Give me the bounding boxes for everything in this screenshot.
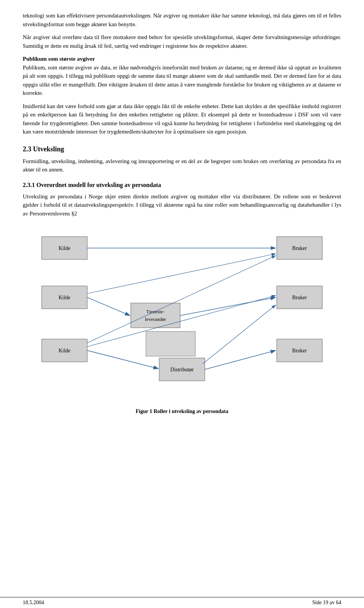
- svg-line-24: [87, 256, 276, 343]
- paragraph-3-title: Publikum som største avgiver: [23, 56, 95, 62]
- footer-page: Side 19 av 64: [312, 600, 341, 606]
- svg-line-19: [87, 297, 130, 316]
- paragraph-1: teknologi som kan effektivisere personda…: [23, 11, 341, 28]
- paragraph-3: Publikum som største avgiver Publikum, s…: [23, 55, 341, 97]
- paragraph-3-body: Publikum, som største avgiver av data, e…: [23, 64, 341, 96]
- footer: 18.5.2004 Side 19 av 64: [0, 597, 364, 608]
- svg-rect-27: [146, 331, 195, 356]
- svg-text:Bruker: Bruker: [292, 348, 307, 353]
- svg-text:leverandør: leverandør: [145, 316, 166, 322]
- svg-line-26: [203, 305, 276, 364]
- svg-text:Kilde: Kilde: [58, 245, 70, 251]
- paragraph-2: Når avgiver skal overføre data til flere…: [23, 33, 341, 50]
- svg-line-20: [180, 297, 276, 316]
- figure-caption: Figur 1 Roller i utveksling av persondat…: [23, 407, 341, 415]
- svg-text:Distributør: Distributør: [170, 367, 194, 372]
- svg-text:Kilde: Kilde: [58, 348, 70, 353]
- svg-text:Bruker: Bruker: [292, 295, 307, 300]
- footer-date: 18.5.2004: [23, 600, 44, 606]
- page-content: teknologi som kan effektivisere personda…: [0, 0, 364, 443]
- paragraph-4: Imidlertid kan det være forhold som gjør…: [23, 102, 341, 136]
- paragraph-6: Utveksling av persondata i Norge skjer e…: [23, 192, 341, 218]
- svg-line-23: [205, 350, 276, 369]
- paragraph-5: Formidling, utveksling, innhenting, avle…: [23, 157, 341, 174]
- diagram-svg: Kilde Bruker Kilde Tjeneste- leverandør …: [34, 229, 330, 396]
- svg-line-21: [87, 254, 276, 294]
- diagram-container: Kilde Bruker Kilde Tjeneste- leverandør …: [34, 229, 330, 396]
- svg-text:Kilde: Kilde: [58, 295, 70, 300]
- section-2-3-heading: 2.3 Utveksling: [23, 145, 341, 153]
- svg-text:Bruker: Bruker: [292, 245, 307, 251]
- svg-text:Tjeneste-: Tjeneste-: [146, 309, 165, 314]
- section-2-3-1-heading: 2.3.1 Overordnet modell for utveksling a…: [23, 182, 341, 189]
- svg-rect-8: [131, 303, 180, 328]
